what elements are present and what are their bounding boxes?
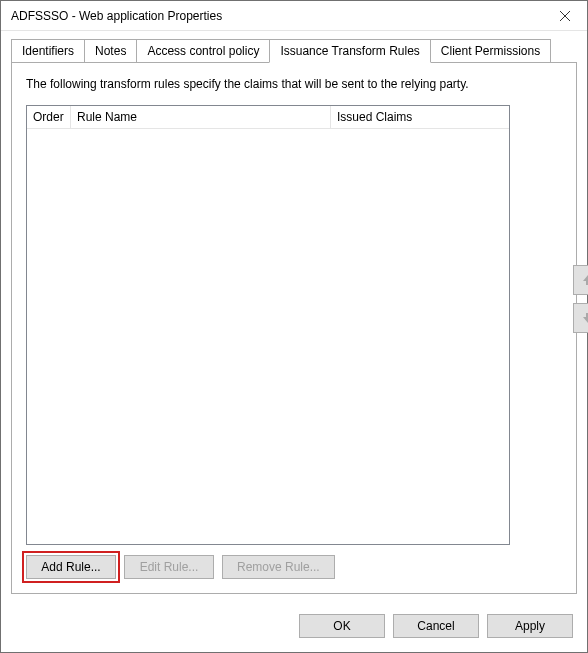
remove-rule-button: Remove Rule... — [222, 555, 335, 579]
add-rule-button[interactable]: Add Rule... — [26, 555, 116, 579]
tab-strip: Identifiers Notes Access control policy … — [11, 39, 577, 62]
edit-rule-button: Edit Rule... — [124, 555, 214, 579]
tab-issuance-transform-rules[interactable]: Issuance Transform Rules — [269, 39, 430, 63]
column-rule-name[interactable]: Rule Name — [71, 106, 331, 128]
tab-panel: The following transform rules specify th… — [11, 62, 577, 594]
tab-identifiers[interactable]: Identifiers — [11, 39, 85, 62]
close-button[interactable] — [542, 1, 587, 30]
tab-client-permissions[interactable]: Client Permissions — [430, 39, 551, 62]
close-icon — [560, 11, 570, 21]
arrow-up-icon — [581, 273, 588, 287]
cancel-button[interactable]: Cancel — [393, 614, 479, 638]
rules-grid[interactable]: Order Rule Name Issued Claims — [26, 105, 510, 545]
properties-dialog: ADFSSSO - Web application Properties Ide… — [0, 0, 588, 653]
order-arrows — [572, 265, 588, 333]
tab-notes[interactable]: Notes — [84, 39, 137, 62]
window-title: ADFSSSO - Web application Properties — [11, 9, 542, 23]
move-up-button[interactable] — [573, 265, 588, 295]
column-order[interactable]: Order — [27, 106, 71, 128]
tab-access-control-policy[interactable]: Access control policy — [136, 39, 270, 62]
grid-header: Order Rule Name Issued Claims — [27, 106, 509, 129]
svg-marker-3 — [583, 313, 588, 323]
content-area: Identifiers Notes Access control policy … — [1, 31, 587, 604]
move-down-button[interactable] — [573, 303, 588, 333]
svg-marker-2 — [583, 275, 588, 285]
arrow-down-icon — [581, 311, 588, 325]
column-issued-claims[interactable]: Issued Claims — [331, 106, 509, 128]
apply-button[interactable]: Apply — [487, 614, 573, 638]
rule-buttons: Add Rule... Edit Rule... Remove Rule... — [26, 555, 562, 579]
dialog-buttons: OK Cancel Apply — [1, 604, 587, 652]
panel-description: The following transform rules specify th… — [26, 77, 562, 91]
titlebar: ADFSSSO - Web application Properties — [1, 1, 587, 31]
rules-area: Order Rule Name Issued Claims — [26, 105, 562, 545]
ok-button[interactable]: OK — [299, 614, 385, 638]
